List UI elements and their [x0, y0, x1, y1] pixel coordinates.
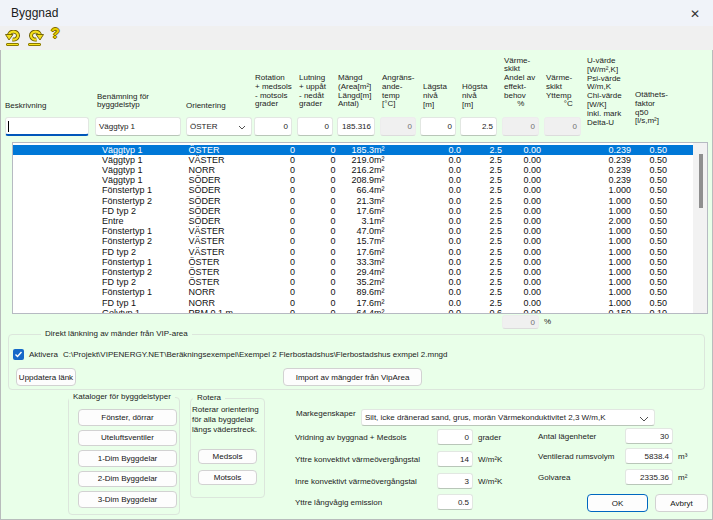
list-cell: 0.00: [501, 236, 541, 246]
markegenskaper-select[interactable]: Silt, icke dränerad sand, grus, morän Vä…: [361, 409, 655, 426]
list-cell: 66.4m²: [335, 185, 385, 195]
stat-label: Ventilerad rumsvolym: [538, 452, 614, 461]
list-cell: Entre: [102, 216, 182, 226]
close-icon[interactable]: ✕: [683, 4, 707, 23]
catalog-button-4[interactable]: 2-Dim Byggdelar: [78, 471, 177, 488]
beskrivning-input[interactable]: [5, 117, 89, 136]
list-row[interactable]: Fönstertyp 1ÖSTER0033.3m²0.02.50.001.000…: [13, 257, 696, 267]
stat-input[interactable]: 30: [625, 428, 673, 444]
ok-button[interactable]: OK: [587, 494, 648, 512]
stat-label: Golvarea: [538, 473, 570, 482]
list-cell: 0.50: [632, 247, 667, 257]
list-row[interactable]: Väggtyp 1SÖDER00208.9m²0.02.50.000.2390.…: [13, 175, 696, 185]
stat-input[interactable]: 5838.4: [625, 448, 673, 464]
vip-link-legend: Direkt länkning av mänder från VIP-area: [41, 329, 192, 338]
byggdelar-list[interactable]: Väggtyp 1ÖSTER00185.3m²0.02.50.000.2390.…: [12, 142, 708, 314]
param-unit: W/m²K: [478, 455, 502, 464]
list-cell: 1.000: [586, 236, 631, 246]
list-cell: 216.2m²: [335, 165, 385, 175]
col-header-varmeskikt-andel: Värme- skikt Andel av effekt- behov %: [504, 57, 535, 110]
varmeskikt-yttemp-input: 0: [544, 117, 581, 136]
help-button[interactable]: ?: [51, 30, 69, 47]
param-input[interactable]: 0.5: [437, 494, 473, 510]
col-header-mangd: Mängd (Area[m²] Längd[m] Antal): [338, 74, 371, 109]
col-header-lutning: Lutning + uppåt - nedåt grader: [299, 74, 326, 109]
list-cell: Fönstertyp 2: [102, 196, 182, 206]
catalog-button-1[interactable]: Fönster, dörrar: [78, 409, 177, 426]
list-row[interactable]: Väggtyp 1VÄSTER00219.0m²0.02.50.000.2390…: [13, 155, 696, 165]
list-row[interactable]: Väggtyp 1ÖSTER00185.3m²0.02.50.000.2390.…: [13, 145, 696, 155]
benamning-input[interactable]: Väggtyp 1: [95, 117, 181, 136]
toolbar: ?: [0, 26, 713, 50]
stat-input[interactable]: 2335.36: [625, 469, 673, 485]
list-cell: 0.00: [501, 247, 541, 257]
andel-footer-input: 0: [502, 315, 539, 329]
list-cell: 0.00: [501, 277, 541, 287]
param-input[interactable]: 14: [437, 451, 473, 467]
param-input[interactable]: 3: [437, 473, 473, 489]
mangd-input[interactable]: 185.316: [337, 117, 375, 136]
redo-icon: [27, 30, 44, 42]
list-cell: Väggtyp 1: [102, 145, 182, 155]
rotation-input[interactable]: 0: [254, 117, 292, 136]
list-cell: 0: [245, 308, 295, 314]
import-vip-area-button[interactable]: Import av mängder från VipArea: [283, 368, 422, 386]
list-row[interactable]: Fönstertyp 1SÖDER0066.4m²0.02.50.001.000…: [13, 185, 696, 195]
aktivera-checkbox[interactable]: [13, 349, 24, 360]
list-cell: 17.6m²: [335, 298, 385, 308]
list-cell: 1.000: [586, 267, 631, 277]
hogsta-niva-input[interactable]: 2.5: [460, 117, 497, 136]
list-cell: 0.50: [632, 155, 667, 165]
list-cell: 0: [296, 216, 336, 226]
list-cell: 1.000: [586, 247, 631, 257]
lutning-input[interactable]: 0: [297, 117, 333, 136]
list-row[interactable]: Fönstertyp 2ÖSTER0029.4m²0.02.50.001.000…: [13, 267, 696, 277]
list-row[interactable]: Fönstertyp 2VÄSTER0015.7m²0.02.50.001.00…: [13, 236, 696, 246]
list-cell: 0.50: [632, 145, 667, 155]
list-cell: Fönstertyp 1: [102, 287, 182, 297]
redo-button[interactable]: [27, 30, 45, 47]
list-row[interactable]: Fönstertyp 1VÄSTER0047.0m²0.02.50.001.00…: [13, 226, 696, 236]
motsols-button[interactable]: Motsols: [198, 470, 257, 485]
orientering-select[interactable]: ÖSTER: [186, 117, 252, 136]
list-row[interactable]: EntreSÖDER003.1m²0.02.50.002.0000.50: [13, 216, 696, 226]
stat-label: Antal lägenheter: [538, 432, 596, 441]
list-cell: 0.50: [632, 206, 667, 216]
avbryt-button[interactable]: Avbryt: [655, 494, 708, 512]
markegenskaper-label: Markegenskaper: [296, 409, 356, 418]
scrollbar-thumb[interactable]: [699, 154, 703, 208]
list-cell: 0.239: [586, 145, 631, 155]
list-row[interactable]: FD typ 2SÖDER0017.6m²0.02.50.001.0000.50: [13, 206, 696, 216]
list-row[interactable]: FD typ 1NORR0017.6m²0.02.50.001.0000.50: [13, 298, 696, 308]
catalog-button-3[interactable]: 1-Dim Byggdelar: [78, 450, 177, 467]
list-cell: 2.5: [462, 145, 502, 155]
list-row[interactable]: Väggtyp 1NORR00216.2m²0.02.50.000.2390.5…: [13, 165, 696, 175]
list-cell: 0: [296, 287, 336, 297]
list-row[interactable]: Fönstertyp 2SÖDER0021.3m²0.02.50.001.000…: [13, 196, 696, 206]
catalog-button-5[interactable]: 3-Dim Byggdelar: [78, 491, 177, 508]
param-input[interactable]: 0: [437, 429, 473, 445]
list-cell: 0: [245, 247, 295, 257]
list-row[interactable]: Fönstertyp 1NORR0089.6m²0.02.50.001.0000…: [13, 287, 696, 297]
list-cell: 0.0: [421, 267, 461, 277]
list-cell: FD typ 2: [102, 247, 182, 257]
lagsta-niva-input[interactable]: 0: [420, 117, 456, 136]
list-cell: Väggtyp 1: [102, 155, 182, 165]
scrollbar-track[interactable]: [693, 143, 707, 313]
list-row[interactable]: Golvtyp 1PBM 0.1 m0064.4m²0.00.60.000.15…: [13, 308, 696, 314]
undo-button[interactable]: [5, 30, 23, 47]
catalog-button-2[interactable]: Uteluftsventiler: [78, 430, 177, 447]
list-cell: 0.10: [632, 308, 667, 314]
list-cell: 1.000: [586, 257, 631, 267]
list-row[interactable]: FD typ 2VÄSTER0017.6m²0.02.50.001.0000.5…: [13, 247, 696, 257]
uppdatera-lank-button[interactable]: Uppdatera länk: [16, 368, 76, 386]
chevron-down-icon: [639, 416, 649, 422]
list-cell: 0.50: [632, 298, 667, 308]
angransande-temp-input: 0: [380, 117, 416, 136]
list-cell: 0.0: [421, 175, 461, 185]
medsols-button[interactable]: Medsols: [198, 449, 257, 464]
list-cell: Fönstertyp 1: [102, 185, 182, 195]
list-cell: 0.00: [501, 298, 541, 308]
list-cell: 0: [245, 226, 295, 236]
list-row[interactable]: FD typ 2ÖSTER0035.2m²0.02.50.001.0000.50: [13, 277, 696, 287]
